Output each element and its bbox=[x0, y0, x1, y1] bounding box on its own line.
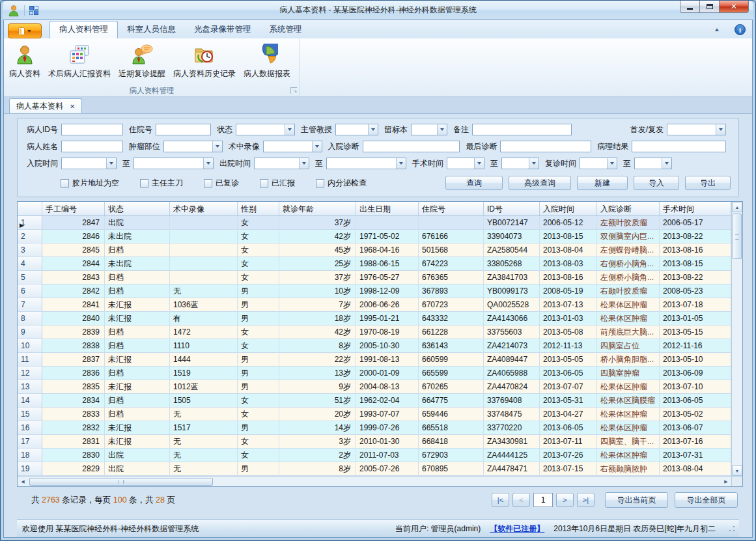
chevron-down-icon[interactable] bbox=[212, 141, 222, 152]
scroll-up-icon[interactable]: ▲ bbox=[732, 202, 742, 212]
column-header[interactable]: ID号 bbox=[484, 202, 540, 215]
filter-input[interactable] bbox=[472, 124, 572, 135]
table-row[interactable]: 162832未汇报1517男14岁1999-07-266655183377022… bbox=[18, 421, 731, 435]
filter-checkbox[interactable]: 主任主刀 bbox=[140, 178, 183, 189]
chevron-down-icon[interactable] bbox=[285, 124, 294, 135]
table-row[interactable]: 62842归档无男10岁1998-12-09367893YB0099173200… bbox=[18, 284, 731, 298]
chevron-down-icon[interactable] bbox=[716, 124, 725, 135]
page-number-input[interactable] bbox=[533, 493, 553, 507]
filter-combo[interactable] bbox=[501, 158, 539, 169]
scroll-right-icon[interactable]: ▶ bbox=[721, 477, 731, 486]
filter-input[interactable] bbox=[632, 141, 726, 152]
table-row[interactable]: 72841未汇报1036蓝男7岁2006-06-26670723QA002552… bbox=[18, 298, 731, 312]
table-row[interactable]: 142834归档1505女51岁1962-02-0466477533769408… bbox=[18, 394, 731, 408]
table-row[interactable]: 122836归档1519男13岁2000-01-09665599ZA406598… bbox=[18, 367, 731, 380]
column-header[interactable]: 出生日期 bbox=[356, 202, 419, 215]
filter-checkbox[interactable]: 已汇报 bbox=[260, 178, 295, 189]
chevron-down-icon[interactable] bbox=[474, 158, 484, 169]
table-row[interactable]: 82840未汇报有男18岁1995-01-21643332ZA414306620… bbox=[18, 312, 731, 326]
table-row[interactable]: 172831未汇报无女3岁2010-01-30668418ZA343098120… bbox=[18, 435, 731, 449]
quick-access-icon[interactable] bbox=[29, 5, 39, 16]
table-row[interactable]: 152833归档无女20岁1993-07-0765944633748475201… bbox=[18, 408, 731, 421]
advanced-query-button[interactable]: 高级查询 bbox=[509, 176, 571, 190]
filter-checkbox[interactable]: 内分泌检查 bbox=[316, 178, 367, 189]
column-header[interactable]: 状态 bbox=[105, 202, 170, 215]
table-row[interactable]: 112837未汇报1444男22岁1991-08-13660599ZA40894… bbox=[18, 353, 731, 367]
table-row[interactable]: 102838归档1110女8岁2005-10-30636143ZA4214073… bbox=[18, 339, 731, 353]
filter-input[interactable] bbox=[61, 141, 123, 152]
column-header[interactable]: 性别 bbox=[238, 202, 279, 215]
close-tab-icon[interactable]: ✕ bbox=[70, 103, 75, 110]
revisit-reminder-button[interactable]: 近期复诊提醒 bbox=[115, 41, 169, 81]
column-header[interactable]: 就诊年龄 bbox=[279, 202, 356, 215]
title-bar[interactable]: 病人基本资料 - 某某医院神经外科-神经外科数据管理系统 ✕ bbox=[3, 1, 753, 20]
filter-input[interactable] bbox=[363, 141, 460, 152]
ribbon-tab[interactable]: 光盘录像带管理 bbox=[185, 21, 260, 38]
column-header[interactable]: 入院时间 bbox=[540, 202, 597, 215]
doc-tab-patient-basic-info[interactable]: 病人基本资料✕ bbox=[9, 98, 82, 113]
patient-info-button[interactable]: 病人资料 bbox=[5, 41, 44, 81]
registered-link[interactable]: 【软件已注册】 bbox=[490, 523, 544, 534]
filter-combo[interactable] bbox=[133, 158, 214, 169]
resize-grip[interactable] bbox=[729, 525, 735, 532]
table-row[interactable]: 42844未出院女25岁1988-06-15674223338052682013… bbox=[18, 257, 731, 271]
filter-checkbox[interactable]: 已复诊 bbox=[204, 178, 239, 189]
history-record-button[interactable]: 病人资料历史记录 bbox=[169, 41, 240, 81]
filter-combo[interactable] bbox=[236, 124, 295, 135]
chevron-down-icon[interactable] bbox=[203, 158, 213, 169]
filter-input[interactable] bbox=[156, 124, 211, 135]
column-header[interactable]: 术中录像 bbox=[170, 202, 238, 215]
column-header[interactable]: 手工编号 bbox=[42, 202, 105, 215]
export-button[interactable]: 导出 bbox=[685, 176, 731, 190]
filter-combo[interactable] bbox=[667, 124, 726, 135]
filter-combo[interactable] bbox=[326, 158, 406, 169]
filter-checkbox[interactable]: 胶片地址为空 bbox=[61, 178, 119, 189]
filter-combo[interactable] bbox=[411, 124, 447, 135]
collapse-ribbon-icon[interactable]: ▲ bbox=[714, 27, 720, 33]
filter-combo[interactable] bbox=[263, 141, 322, 152]
chevron-down-icon[interactable] bbox=[662, 158, 671, 169]
scroll-left-icon[interactable]: ◀ bbox=[18, 477, 28, 486]
filter-combo[interactable] bbox=[254, 158, 309, 169]
filter-input[interactable] bbox=[61, 124, 123, 135]
create-button[interactable]: 新建 bbox=[577, 176, 628, 190]
application-menu-button[interactable] bbox=[8, 23, 42, 38]
minimize-button[interactable] bbox=[680, 1, 699, 13]
maximize-button[interactable] bbox=[699, 1, 719, 13]
filter-combo[interactable] bbox=[61, 158, 117, 169]
chevron-down-icon[interactable] bbox=[607, 158, 617, 169]
postop-report-button[interactable]: 术后病人汇报资料 bbox=[44, 41, 115, 81]
export-current-page-button[interactable]: 导出当前页 bbox=[605, 492, 668, 508]
table-row[interactable]: 132835未汇报1012蓝男9岁2004-08-13670265ZA44708… bbox=[18, 380, 731, 394]
data-report-button[interactable]: 病人数据报表 bbox=[240, 41, 294, 81]
query-button[interactable]: 查询 bbox=[445, 176, 503, 190]
chevron-down-icon[interactable] bbox=[368, 124, 378, 135]
table-row[interactable]: 92839归档1472女42岁1970-08-19661228337556032… bbox=[18, 326, 731, 339]
horizontal-scroll-thumb[interactable] bbox=[29, 478, 213, 486]
column-header[interactable]: 手术时间 bbox=[660, 202, 731, 215]
ribbon-tab[interactable]: 系统管理 bbox=[260, 21, 311, 38]
chevron-down-icon[interactable] bbox=[437, 124, 447, 135]
last-page-button[interactable]: >| bbox=[577, 493, 595, 507]
info-icon[interactable]: i bbox=[735, 24, 746, 35]
prev-page-button[interactable]: < bbox=[512, 493, 530, 507]
filter-combo[interactable] bbox=[447, 158, 484, 169]
filter-combo[interactable] bbox=[634, 158, 672, 169]
chevron-down-icon[interactable] bbox=[529, 158, 539, 169]
filter-combo[interactable] bbox=[580, 158, 617, 169]
chevron-down-icon[interactable] bbox=[299, 158, 309, 169]
chevron-down-icon[interactable] bbox=[106, 158, 116, 169]
table-row[interactable]: 192829出院无男8岁2005-07-26670895ZA4478471201… bbox=[18, 462, 731, 476]
chevron-down-icon[interactable] bbox=[312, 141, 322, 152]
vertical-scrollbar[interactable]: ▲ ▼ bbox=[731, 202, 742, 476]
scroll-down-icon[interactable]: ▼ bbox=[732, 465, 742, 476]
horizontal-scrollbar[interactable]: ◀ ▶ bbox=[18, 476, 731, 486]
column-header[interactable]: 入院诊断 bbox=[597, 202, 660, 215]
chevron-down-icon[interactable] bbox=[396, 158, 406, 169]
export-all-pages-button[interactable]: 导出全部页 bbox=[675, 492, 738, 508]
vertical-scroll-thumb[interactable] bbox=[733, 214, 742, 259]
table-row[interactable]: 52843归档女37岁1976-05-27676365ZA38417032013… bbox=[18, 271, 731, 284]
table-row[interactable]: 22846未出院女42岁1971-05-02676166339040732013… bbox=[18, 230, 731, 243]
ribbon-tab[interactable]: 科室人员信息 bbox=[118, 21, 185, 38]
filter-input[interactable] bbox=[500, 141, 591, 152]
